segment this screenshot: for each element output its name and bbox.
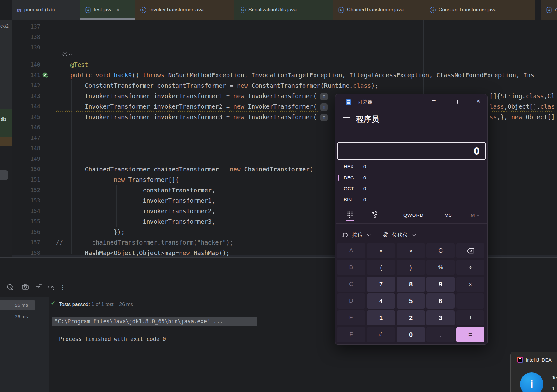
code-token: hack9 — [114, 72, 132, 79]
line-number: 152 — [12, 185, 40, 196]
calc-key[interactable]: ( — [367, 260, 395, 275]
calc-key[interactable]: 1 — [367, 310, 395, 325]
calc-key[interactable]: + — [456, 310, 484, 325]
radix-row-oct[interactable]: OCT0 — [338, 183, 484, 194]
code-token: InvokerTransformer( — [244, 103, 320, 110]
editor-tab[interactable]: CChainedTransformer.java — [333, 0, 425, 20]
calculator-titlebar[interactable]: 计算器 ─ ✕ — [335, 94, 487, 110]
close-icon[interactable]: ✕ — [474, 98, 483, 105]
project-strip-lower — [0, 146, 12, 257]
maximize-icon[interactable] — [453, 100, 458, 104]
tab-label: InvokerTransformer.java — [149, 7, 204, 13]
code-token: ConstantTransformer(Runtime. — [248, 82, 353, 89]
calc-key[interactable]: » — [397, 243, 425, 258]
line-number: 142 — [12, 80, 40, 91]
calc-key[interactable]: F — [337, 327, 365, 342]
bitshift-dropdown[interactable]: ≫ ≪ 位移位 — [383, 231, 416, 239]
calc-key[interactable]: D — [337, 293, 365, 309]
camera-icon[interactable] — [22, 283, 29, 292]
notification-toast[interactable]: IntelliJ IDEA i Te 1 — [510, 352, 557, 392]
duration-item[interactable]: 26 ms — [0, 300, 32, 310]
calc-key[interactable]: 3 — [426, 310, 455, 325]
calc-key[interactable]: 2 — [397, 310, 425, 325]
minimize-icon[interactable]: ─ — [429, 98, 439, 103]
radix-label: HEX — [344, 162, 360, 172]
more-icon[interactable]: ⋮ — [60, 283, 66, 291]
keypad-toggle-icon[interactable] — [347, 211, 353, 220]
calc-key[interactable]: 8 — [397, 277, 425, 292]
editor-tab[interactable]: CInvokerTransformer.java — [135, 0, 234, 20]
editor-tab[interactable]: Ctest.java✕ — [80, 0, 135, 20]
hamburger-menu-icon[interactable] — [343, 117, 350, 123]
line-number: 155 — [12, 216, 40, 227]
test-passed-run-icon[interactable] — [42, 72, 50, 80]
radix-row-dec[interactable]: DEC0 — [338, 173, 484, 183]
calc-key[interactable]: 5 — [397, 293, 425, 309]
editor-tab[interactable]: CConstantTransformer.java — [425, 0, 535, 20]
export-icon[interactable] — [36, 283, 43, 292]
plus-minus-key[interactable]: +/− — [367, 327, 395, 342]
project-item-label: tils — [1, 116, 12, 122]
code-token: new — [234, 93, 244, 100]
clock-icon[interactable] — [6, 283, 13, 292]
calc-key[interactable]: A — [337, 243, 365, 258]
code-token: Transformer[]{ — [125, 176, 179, 183]
code-token: ,Cl — [544, 93, 555, 100]
tab-gap — [535, 0, 541, 20]
code-line: @Test — [56, 60, 88, 70]
calc-key[interactable]: = — [456, 327, 484, 342]
memory-store-button[interactable]: MS — [445, 212, 452, 218]
calc-key[interactable]: 6 — [426, 293, 455, 309]
word-size-button[interactable]: QWORD — [403, 212, 424, 218]
code-token: Object[] — [522, 113, 555, 120]
splitter-handle[interactable] — [0, 170, 8, 180]
calc-key[interactable]: × — [456, 277, 484, 292]
calc-key[interactable]: ) — [397, 260, 425, 275]
gutter-inlay[interactable] — [62, 52, 72, 58]
editor-tab[interactable]: CSerializationUtils.java — [234, 0, 333, 20]
calc-key[interactable]: − — [456, 293, 484, 309]
backspace-icon[interactable] — [456, 243, 484, 258]
calc-key[interactable]: 7 — [367, 277, 395, 292]
chevron-down-icon — [367, 234, 371, 236]
memory-menu-button[interactable]: M — [471, 212, 480, 218]
editor-tab-bar: mpom.xml (lab)Ctest.java✕CInvokerTransfo… — [0, 0, 557, 20]
calculator-window: 计算器 ─ ✕ 程序员 0 HEX0DEC0OCT0BIN0 QWORD MS … — [335, 94, 488, 345]
calc-key[interactable]: 9 — [426, 277, 455, 292]
code-token: ChainedTransformer( — [240, 166, 313, 173]
bit-toggle-icon[interactable] — [371, 211, 378, 220]
radix-value: 0 — [363, 175, 366, 180]
calc-key[interactable]: % — [426, 260, 455, 275]
chevron-down-icon — [412, 234, 416, 236]
calculator-app-icon — [345, 99, 352, 107]
calc-key[interactable]: . — [426, 327, 455, 342]
calc-key[interactable]: ÷ — [456, 260, 484, 275]
close-icon[interactable]: ✕ — [116, 7, 120, 12]
duration-item[interactable]: 26 ms — [0, 311, 32, 322]
calc-key[interactable]: 0 — [397, 327, 425, 342]
editor-tab[interactable]: mpom.xml (lab) — [12, 0, 80, 20]
code-token: new — [234, 113, 244, 120]
bitwise-dropdown[interactable]: 按位 — [342, 231, 371, 239]
calc-key[interactable]: B — [337, 260, 365, 275]
radix-row-bin[interactable]: BIN0 — [338, 195, 484, 205]
code-token: clas — [540, 103, 555, 110]
calc-key[interactable]: « — [367, 243, 395, 258]
project-strip-selected[interactable]: tils — [0, 109, 12, 137]
console-selected-line[interactable]: "C:\Program Files\Java\jdk1.8.0_65\bin\j… — [52, 317, 257, 326]
calc-key[interactable]: E — [337, 310, 365, 325]
calc-key[interactable]: C — [426, 243, 455, 258]
code-line-right-fragment: lass,Object[].clas — [490, 101, 555, 112]
editor-tab[interactable]: CA — [541, 0, 557, 20]
code-line: ConstantTransformer constantTransformer … — [56, 80, 378, 91]
line-number: 147 — [12, 133, 40, 143]
code-token: invokerTransformer2, — [56, 208, 215, 215]
line-number: 139 — [12, 42, 40, 53]
calc-key[interactable]: C — [337, 277, 365, 292]
radix-row-hex[interactable]: HEX0 — [338, 162, 484, 172]
code-line: HashMap<Object,Object>map=new HashMap(); — [56, 248, 230, 257]
calc-key[interactable]: 4 — [367, 293, 395, 309]
code-token: []{String. — [490, 93, 526, 100]
gauge-icon[interactable] — [47, 283, 54, 292]
code-token: invokerTransformer1, — [56, 197, 215, 204]
